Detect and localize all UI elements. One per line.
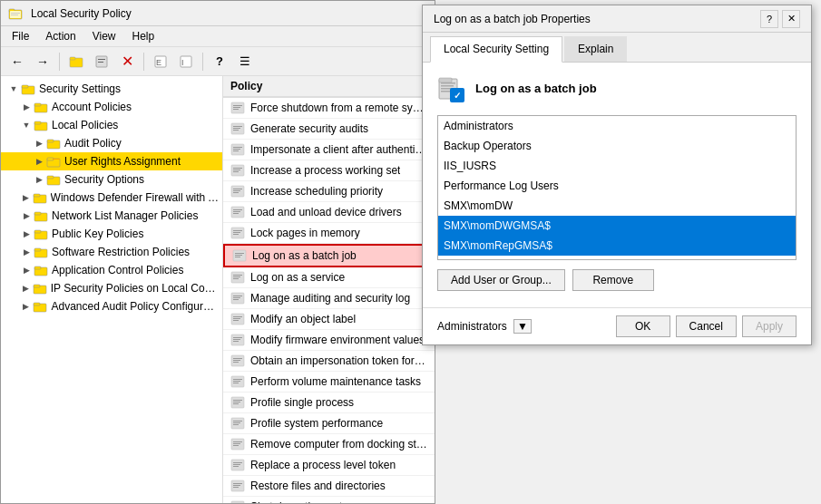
svg-rect-116 xyxy=(233,487,239,488)
extend-button[interactable]: ☰ xyxy=(234,51,256,73)
tab-explain[interactable]: Explain xyxy=(564,36,627,62)
tree-item-audit-policy[interactable]: ▶Audit Policy xyxy=(1,134,222,152)
policy-row-increase-working[interactable]: Increase a process working set xyxy=(223,160,435,181)
dialog-body: ✓ Log on as a batch job AdministratorsBa… xyxy=(423,63,811,307)
tree-item-network-list[interactable]: ▶Network List Manager Policies xyxy=(1,207,222,225)
tree-item-ip-security[interactable]: ▶IP Security Policies on Local Computer xyxy=(1,279,222,297)
dialog-window: Log on as a batch job Properties ? ✕ Loc… xyxy=(422,5,812,345)
policy-row-modify-object[interactable]: Modify an object label xyxy=(223,309,435,330)
svg-rect-8 xyxy=(98,59,105,60)
list-item-smx-momreporting[interactable]: SMX\momReporting xyxy=(438,256,796,260)
policy-row-replace-token[interactable]: Replace a process level token xyxy=(223,455,435,476)
policy-row-lock-pages[interactable]: Lock pages in memory xyxy=(223,223,435,244)
svg-rect-99 xyxy=(233,402,240,402)
svg-rect-21 xyxy=(47,140,54,142)
svg-rect-3 xyxy=(11,13,20,14)
svg-rect-28 xyxy=(34,194,40,197)
list-item-smx-momdwgmsa[interactable]: SMX\momDWGMSA$ xyxy=(438,216,796,236)
policy-row-impersonate[interactable]: Impersonate a client after authenticatio… xyxy=(223,140,435,160)
tree-item-user-rights[interactable]: ▶User Rights Assignment xyxy=(1,152,222,170)
svg-rect-17 xyxy=(34,103,41,106)
policy-row-label-increase-priority: Increase scheduling priority xyxy=(250,183,383,199)
tree-item-security-options[interactable]: ▶Security Options xyxy=(1,170,222,189)
delete-button[interactable]: ✕ xyxy=(116,51,138,73)
cancel-button[interactable]: Cancel xyxy=(676,315,737,337)
svg-rect-132 xyxy=(441,85,454,87)
help-button[interactable]: ? xyxy=(209,51,230,73)
svg-rect-23 xyxy=(47,158,54,160)
menu-view[interactable]: View xyxy=(85,28,123,44)
svg-rect-34 xyxy=(34,248,41,251)
back-button[interactable]: ← xyxy=(6,51,28,73)
policy-row-obtain-token[interactable]: Obtain an impersonation token for an... xyxy=(223,351,435,372)
export-button[interactable]: E xyxy=(150,51,171,73)
tree-item-app-control[interactable]: ▶Application Control Policies xyxy=(1,261,222,279)
tree-item-account-policies[interactable]: ▶Account Policies xyxy=(1,98,222,116)
svg-text:✓: ✓ xyxy=(454,91,461,101)
menu-action[interactable]: Action xyxy=(38,28,83,44)
tree-item-label-app-control: Application Control Policies xyxy=(52,262,183,278)
tree-item-security-settings[interactable]: ▼Security Settings xyxy=(1,80,222,98)
svg-rect-67 xyxy=(233,232,240,233)
ok-button[interactable]: OK xyxy=(616,315,670,337)
tree-item-label-security-options: Security Options xyxy=(64,171,144,188)
policy-row-log-on-service[interactable]: Log on as a service xyxy=(223,267,435,288)
properties-button[interactable] xyxy=(91,51,112,73)
remove-button[interactable]: Remove xyxy=(572,269,654,291)
forward-button[interactable]: → xyxy=(32,51,54,73)
policy-row-label-modify-object: Modify an object label xyxy=(250,311,356,327)
tree-item-local-policies[interactable]: ▼Local Policies xyxy=(1,116,222,134)
policy-row-label-lock-pages: Lock pages in memory xyxy=(250,225,360,241)
list-item-performance-log[interactable]: Performance Log Users xyxy=(438,176,796,196)
policy-row-icon-increase-working xyxy=(230,163,245,178)
policy-row-remove-computer[interactable]: Remove computer from docking statio... xyxy=(223,434,435,455)
folder-icon-account-policies xyxy=(34,100,48,114)
policy-row-load-drivers[interactable]: Load and unload device drivers xyxy=(223,202,435,223)
svg-rect-19 xyxy=(34,121,41,124)
list-item-backup-operators[interactable]: Backup Operators xyxy=(438,136,796,156)
policy-row-icon-remove-computer xyxy=(230,437,245,451)
policy-row-restore-files[interactable]: Restore files and directories xyxy=(223,476,435,497)
folder-button[interactable] xyxy=(65,51,87,73)
svg-rect-59 xyxy=(233,190,240,191)
policy-row-generate-audits[interactable]: Generate security audits xyxy=(223,119,435,140)
svg-rect-46 xyxy=(233,126,242,127)
policy-row-force-shutdown[interactable]: Force shutdown from a remote system xyxy=(223,98,435,119)
svg-rect-50 xyxy=(233,147,242,148)
footer-dropdown-icon[interactable]: ▼ xyxy=(513,319,532,334)
tree-item-advanced-audit[interactable]: ▶Advanced Audit Policy Configuration xyxy=(1,297,222,315)
menu-file[interactable]: File xyxy=(5,28,36,44)
import-button[interactable]: I xyxy=(175,51,197,73)
dialog-help-button[interactable]: ? xyxy=(760,10,778,28)
policy-row-perform-maintenance[interactable]: Perform volume maintenance tasks xyxy=(223,372,435,393)
menu-help[interactable]: Help xyxy=(125,28,162,44)
svg-rect-44 xyxy=(233,109,239,110)
list-item-iis-iusrs[interactable]: IIS_IUSRS xyxy=(438,156,796,176)
policy-row-manage-audit[interactable]: Manage auditing and security log xyxy=(223,288,435,309)
policy-row-modify-firmware[interactable]: Modify firmware environment values xyxy=(223,330,435,351)
policy-row-log-on-batch[interactable]: Log on as a batch job xyxy=(223,244,435,267)
svg-rect-47 xyxy=(233,128,240,129)
footer-status-label: Administrators ▼ xyxy=(437,320,532,333)
policy-row-profile-system[interactable]: Profile system performance xyxy=(223,413,435,434)
tree-item-public-key[interactable]: ▶Public Key Policies xyxy=(1,225,222,243)
tab-local-security[interactable]: Local Security Setting xyxy=(430,36,562,63)
tree-item-windows-firewall[interactable]: ▶Windows Defender Firewall with Adva... xyxy=(1,189,222,207)
tree-item-software-restriction[interactable]: ▶Software Restriction Policies xyxy=(1,243,222,261)
dialog-close-button[interactable]: ✕ xyxy=(782,10,800,28)
expand-icon-user-rights: ▶ xyxy=(34,153,44,170)
policy-row-shut-down[interactable]: Shut down the system xyxy=(223,497,435,503)
list-item-smx-momdw[interactable]: SMX\momDW xyxy=(438,196,796,216)
list-item-smx-momrepgmsa[interactable]: SMX\momRepGMSA$ xyxy=(438,236,796,256)
dialog-list-box[interactable]: AdministratorsBackup OperatorsIIS_IUSRSP… xyxy=(437,115,797,260)
policy-row-increase-priority[interactable]: Increase scheduling priority xyxy=(223,181,435,202)
tree-item-label-account-policies: Account Policies xyxy=(52,99,132,115)
apply-button[interactable]: Apply xyxy=(742,315,797,337)
svg-rect-106 xyxy=(233,441,242,442)
expand-icon-public-key: ▶ xyxy=(21,226,32,242)
tree-item-label-network-list: Network List Manager Policies xyxy=(52,208,198,224)
add-user-or-group-button[interactable]: Add User or Group... xyxy=(437,269,565,291)
svg-rect-4 xyxy=(11,15,18,15)
policy-row-profile-single[interactable]: Profile single process xyxy=(223,393,435,413)
list-item-administrators[interactable]: Administrators xyxy=(438,116,796,136)
